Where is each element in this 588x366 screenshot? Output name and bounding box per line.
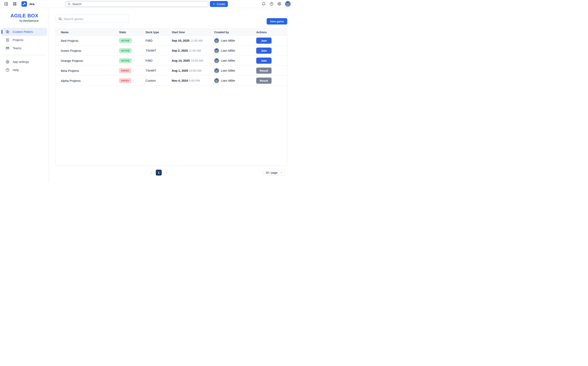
people-icon	[6, 46, 10, 50]
sidebar: AGILE BOX by DevSamurai Custom Pokers Pr…	[0, 8, 49, 183]
table-row: Red Projects ACTIVE FIBO Sep 10, 202511:…	[56, 36, 287, 46]
cards-icon	[6, 30, 10, 34]
created-by: Liam Miller	[214, 78, 256, 83]
table-row: Orange Projects ACTIVE FIBO Aug 14, 2025…	[56, 56, 287, 66]
next-page-icon[interactable]	[165, 171, 168, 174]
avatar	[214, 58, 219, 63]
help-icon[interactable]	[269, 2, 274, 6]
game-name: Beta Projects	[61, 69, 119, 72]
logo-subtitle: by DevSamurai	[0, 19, 49, 22]
avatar	[214, 48, 219, 53]
start-time: Aug 1, 202510:00 AM	[172, 69, 214, 72]
document-icon	[6, 38, 10, 42]
prev-page-icon[interactable]	[150, 171, 153, 174]
join-button[interactable]: Join	[256, 58, 272, 64]
join-button[interactable]: Join	[256, 47, 272, 54]
created-by: Liam Miller	[214, 58, 256, 63]
menu-divider	[3, 55, 46, 55]
games-search[interactable]	[55, 15, 129, 23]
column-deck-type: Deck type	[145, 30, 172, 34]
status-badge: ENDED	[119, 78, 131, 83]
panel-toggle-icon[interactable]	[4, 2, 8, 6]
start-time: Aug 14, 202510:00 AM	[172, 59, 214, 62]
status-badge: ENDED	[119, 68, 131, 73]
table-row: Alpha Projects ENDED Custom Nov 4, 20245…	[56, 76, 287, 86]
created-by: Liam Miller	[214, 48, 256, 53]
start-time: Sep 2, 202511:00 AM	[172, 49, 214, 52]
app-name: Jira	[29, 2, 35, 6]
user-avatar[interactable]	[285, 1, 291, 7]
game-name: Alpha Projects	[61, 79, 119, 83]
table-row: Green Projects ACTIVE TSHIRT Sep 2, 2025…	[56, 46, 287, 56]
column-start-time: Start time	[172, 30, 214, 34]
deck-type: TSHIRT	[145, 69, 172, 72]
table-header: Name State Deck type Start time Created …	[56, 29, 287, 36]
deck-type: Custom	[145, 79, 172, 82]
column-state: State	[119, 30, 145, 34]
active-indicator	[1, 30, 2, 34]
column-name: Name	[61, 30, 119, 34]
result-button[interactable]: Result	[256, 77, 272, 84]
created-by: Liam Miller	[214, 38, 256, 43]
pagination: 1	[150, 170, 168, 175]
column-actions: Actions	[256, 30, 287, 34]
gear-icon[interactable]	[277, 2, 281, 6]
status-badge: ACTIVE	[119, 58, 132, 63]
table-row: Beta Projects ENDED TSHIRT Aug 1, 202510…	[56, 66, 287, 76]
avatar	[214, 38, 219, 43]
status-badge: ACTIVE	[119, 48, 132, 53]
created-by: Liam Miller	[214, 68, 256, 73]
start-time: Sep 10, 202511:00 AM	[172, 39, 214, 42]
games-search-input[interactable]	[64, 17, 126, 21]
sidebar-menu: Custom Pokers Projects Teams	[0, 28, 49, 74]
help-circle-icon	[6, 68, 10, 72]
deck-type: FIBO	[145, 39, 172, 42]
page-size-select[interactable]: 20 / page	[263, 170, 285, 175]
sidebar-item-app-settings[interactable]: App settings	[0, 58, 49, 66]
sidebar-item-teams[interactable]: Teams	[0, 44, 49, 52]
new-game-button[interactable]: New game	[267, 18, 287, 24]
sidebar-item-help[interactable]: Help	[0, 66, 49, 74]
game-name: Orange Projects	[61, 59, 119, 62]
create-button[interactable]: Create	[210, 1, 228, 7]
page-number[interactable]: 1	[156, 170, 162, 175]
avatar	[214, 68, 219, 73]
game-name: Red Projects	[61, 39, 119, 42]
global-search[interactable]	[65, 1, 208, 7]
apps-grid-icon[interactable]	[13, 2, 17, 6]
start-time: Nov 4, 20245:00 PM	[172, 79, 214, 82]
games-table: Name State Deck type Start time Created …	[55, 29, 287, 166]
logo-title: AGILE BOX	[0, 13, 49, 19]
status-badge: ACTIVE	[119, 38, 132, 43]
game-name: Green Projects	[61, 49, 119, 53]
deck-type: FIBO	[145, 59, 172, 62]
global-search-input[interactable]	[72, 2, 206, 6]
avatar	[214, 78, 219, 83]
plus-icon	[213, 3, 215, 5]
join-button[interactable]: Join	[256, 38, 272, 44]
top-bar: Jira Create	[0, 0, 294, 8]
jira-logo[interactable]	[22, 1, 27, 7]
search-icon	[58, 17, 62, 21]
bell-icon[interactable]	[262, 2, 266, 6]
main-content: New game Name State Deck type Start time…	[49, 8, 294, 183]
gear-icon	[6, 60, 10, 64]
search-icon	[68, 2, 71, 6]
sidebar-item-projects[interactable]: Projects	[0, 36, 49, 44]
deck-type: TSHIRT	[145, 49, 172, 52]
sidebar-item-custom-pokers[interactable]: Custom Pokers	[2, 28, 47, 36]
column-created-by: Created by	[214, 30, 256, 34]
result-button[interactable]: Result	[256, 68, 272, 74]
chevron-down-icon	[280, 171, 283, 174]
